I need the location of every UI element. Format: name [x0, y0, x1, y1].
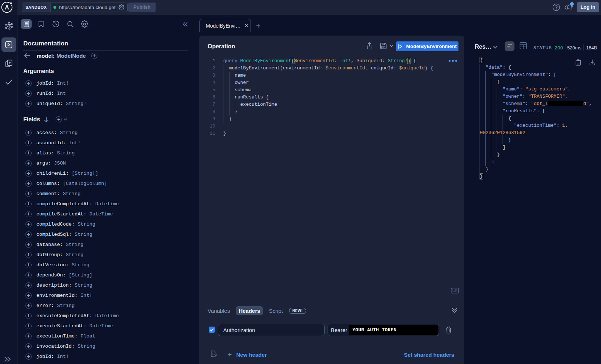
svg-text:A: A	[5, 4, 9, 11]
